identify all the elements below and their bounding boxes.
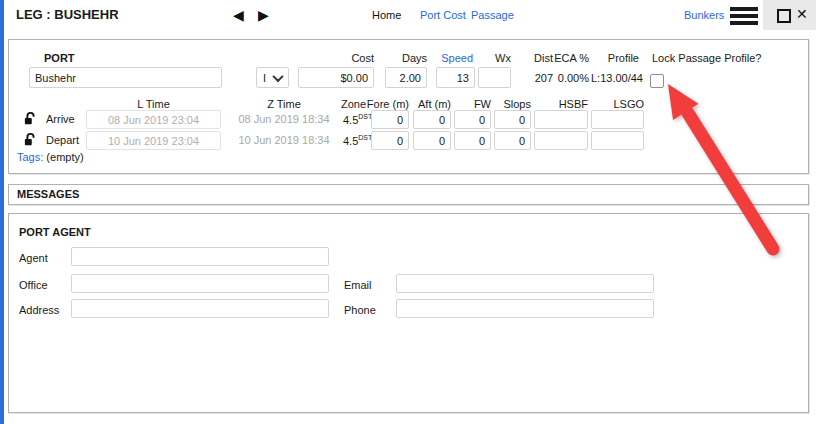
agent-label: Agent xyxy=(19,252,48,264)
chevron-down-icon xyxy=(272,70,283,81)
nav-passage[interactable]: Passage xyxy=(471,9,514,21)
maximize-icon[interactable] xyxy=(777,9,791,23)
arrive-aft-input[interactable] xyxy=(413,110,451,129)
arrive-ztime-value: 08 Jun 2019 18:34 xyxy=(234,113,334,125)
port-type-select[interactable]: I xyxy=(256,67,289,88)
nav-bunkers[interactable]: Bunkers xyxy=(684,9,724,21)
port-section: PORT Cost Days Speed Wx Dist ECA % Profi… xyxy=(8,39,809,174)
depart-slops-input[interactable] xyxy=(494,131,531,150)
col-hsbf: HSBF xyxy=(528,98,588,110)
nav-port-cost[interactable]: Port Cost xyxy=(420,9,466,21)
depart-lsgo-input[interactable] xyxy=(591,131,644,150)
window-controls: ✕ xyxy=(763,0,816,30)
depart-hsbf-input[interactable] xyxy=(534,131,588,150)
speed-input[interactable] xyxy=(436,67,475,88)
arrive-slops-input[interactable] xyxy=(494,110,531,129)
arrive-lsgo-input[interactable] xyxy=(591,110,644,129)
port-agent-section: PORT AGENT Agent Office Email Address Ph… xyxy=(8,213,809,413)
phone-label: Phone xyxy=(344,304,376,316)
port-type-value: I xyxy=(263,72,266,84)
depart-label: Depart xyxy=(46,134,79,146)
office-label: Office xyxy=(19,279,48,291)
wx-input[interactable] xyxy=(478,67,511,88)
depart-zone-value: 4.5DST xyxy=(343,134,372,147)
arrive-fore-input[interactable] xyxy=(371,110,409,129)
lock-passage-profile-checkbox[interactable] xyxy=(650,74,664,88)
address-label: Address xyxy=(19,304,59,316)
agent-input[interactable] xyxy=(71,247,329,266)
col-slops: Slops xyxy=(471,98,531,110)
next-leg-button[interactable]: ▶ xyxy=(258,7,269,23)
tags-link[interactable]: Tags: xyxy=(17,151,43,163)
back-icon: ◀ xyxy=(233,7,244,23)
arrive-unlock-icon[interactable] xyxy=(23,111,38,126)
email-label: Email xyxy=(344,279,372,291)
port-section-label: PORT xyxy=(44,52,75,64)
col-lock-passage-profile: Lock Passage Profile? xyxy=(652,52,761,64)
profile-value: L:13.00/44 xyxy=(579,72,643,84)
menu-icon[interactable] xyxy=(730,7,758,25)
messages-title: MESSAGES xyxy=(17,188,79,200)
depart-aft-input[interactable] xyxy=(413,131,451,150)
col-eca: ECA % xyxy=(539,52,589,64)
forward-icon: ▶ xyxy=(258,7,269,23)
phone-input[interactable] xyxy=(396,299,654,318)
depart-fore-input[interactable] xyxy=(371,131,409,150)
col-z-time: Z Time xyxy=(234,98,334,110)
leg-window: LEG : BUSHEHR ◀ ▶ Home Port Cost Passage… xyxy=(0,0,816,424)
arrive-zone-value: 4.5DST xyxy=(343,113,372,126)
arrive-hsbf-input[interactable] xyxy=(534,110,588,129)
prev-leg-button[interactable]: ◀ xyxy=(233,7,244,23)
address-input[interactable] xyxy=(71,299,329,318)
port-agent-title: PORT AGENT xyxy=(19,226,91,238)
depart-fw-input[interactable] xyxy=(454,131,491,150)
col-profile: Profile xyxy=(589,52,639,64)
depart-ztime-value: 10 Jun 2019 18:34 xyxy=(234,134,334,146)
office-input[interactable] xyxy=(71,274,329,293)
arrive-label: Arrive xyxy=(46,113,75,125)
col-l-time: L Time xyxy=(86,98,221,110)
arrive-ltime-input xyxy=(86,110,221,129)
depart-unlock-icon[interactable] xyxy=(23,132,38,147)
email-input[interactable] xyxy=(396,274,654,293)
messages-section: MESSAGES xyxy=(8,184,809,205)
cost-input[interactable] xyxy=(298,67,374,88)
arrive-fw-input[interactable] xyxy=(454,110,491,129)
col-wx: Wx xyxy=(459,52,511,64)
page-title: LEG : BUSHEHR xyxy=(16,7,119,22)
col-lsgo: LSGO xyxy=(584,98,644,110)
window-left-accent xyxy=(0,0,4,424)
tags-value: (empty) xyxy=(46,151,83,163)
days-input[interactable] xyxy=(385,67,427,88)
depart-ltime-input xyxy=(86,131,221,150)
nav-home[interactable]: Home xyxy=(372,9,401,21)
close-icon[interactable]: ✕ xyxy=(796,6,808,22)
port-name-input[interactable] xyxy=(29,67,222,88)
